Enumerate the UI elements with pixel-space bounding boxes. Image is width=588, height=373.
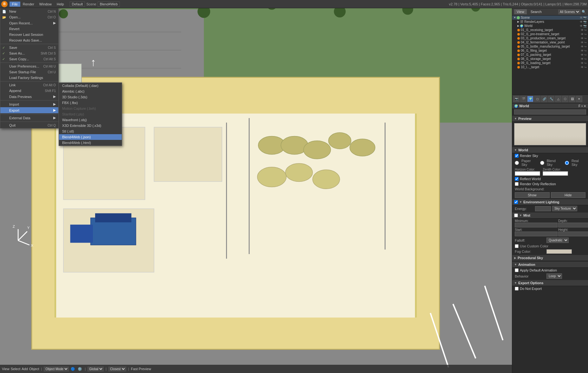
file-open[interactable]: 📂 Open... Ctrl O xyxy=(0,14,58,20)
file-menu-item[interactable]: File xyxy=(10,2,20,7)
outliner-item-7[interactable]: 08_l1_storage_target 👁 ↪ xyxy=(512,57,588,61)
file-recover-last[interactable]: Recover Last Session xyxy=(0,32,58,37)
file-external-data[interactable]: External Data ▶ xyxy=(0,115,58,121)
do-not-export-checkbox[interactable] xyxy=(515,287,519,291)
preview-section-header[interactable]: ▼ Preview xyxy=(512,116,588,122)
outliner-item-4[interactable]: 05_l1_bottle_manufacturing_target 👁 ↪ xyxy=(512,44,588,49)
world-section-header[interactable]: ▼ World xyxy=(512,147,588,153)
world-name-input[interactable]: World xyxy=(514,109,586,115)
modifier-props-tab[interactable]: 🔧 xyxy=(548,96,554,102)
outliner-renderlayers[interactable]: ▶ 🎬 RenderLayers 👁 📷 xyxy=(512,20,588,24)
world-vis-icon[interactable]: 👁 xyxy=(580,24,583,28)
outliner-item-2[interactable]: 03_l1_production_cream_target 👁 ↪ xyxy=(512,36,588,40)
sky-texture-select[interactable]: Sky Texture xyxy=(552,206,577,211)
outliner-item-9[interactable]: 10_l..._target 👁 ↪ xyxy=(512,65,588,69)
fog-color-swatch[interactable] xyxy=(546,249,572,254)
object-props-tab[interactable]: ◻ xyxy=(534,96,540,102)
export-fbx[interactable]: FBX (.fbx) xyxy=(59,100,122,106)
add-btn[interactable]: Add xyxy=(22,367,28,371)
particle-props-tab[interactable]: ✦ xyxy=(576,96,582,102)
scene-vis-icon[interactable]: 👁 xyxy=(580,16,583,19)
texture-props-tab[interactable]: 🖼 xyxy=(569,96,575,102)
show-btn[interactable]: Show xyxy=(515,192,550,198)
viewport-3d[interactable]: ↑ xyxy=(0,8,512,373)
file-open-recent[interactable]: Open Recent... ▶ xyxy=(0,20,58,26)
view-btn[interactable]: View xyxy=(2,367,10,371)
world-props-tab active[interactable]: 🌍 xyxy=(527,96,533,102)
file-quit[interactable]: Quit Ctrl Q xyxy=(0,122,58,128)
data-props-tab[interactable]: △ xyxy=(555,96,561,102)
render-only-reflection-checkbox[interactable] xyxy=(515,182,519,186)
mist-height-input[interactable]: 0.000 xyxy=(558,232,588,236)
file-append[interactable]: Append Shift F1 xyxy=(0,88,58,94)
horizon-color-swatch[interactable] xyxy=(515,171,540,176)
apply-default-animation-checkbox[interactable] xyxy=(515,268,519,272)
export-b4w-json[interactable]: Blend4Web (.json) xyxy=(59,134,122,140)
render-props-tab[interactable]: 📷 xyxy=(513,96,520,102)
mist-section-header[interactable]: ▼ Mist xyxy=(512,213,588,219)
layout-selector[interactable]: Default xyxy=(70,2,85,7)
file-save[interactable]: ✓ Save Ctrl S xyxy=(0,45,58,50)
zenith-color-swatch[interactable] xyxy=(543,171,568,176)
world-del-btn[interactable]: ✕ xyxy=(584,104,586,108)
render-menu-item[interactable]: Render xyxy=(20,2,37,7)
select-btn[interactable]: Select xyxy=(11,367,21,371)
outliner-item-1[interactable]: 02_l1_pre-treatment_target 👁 ↪ xyxy=(512,32,588,36)
file-export[interactable]: Export ▶ xyxy=(0,107,58,113)
constraint-props-tab[interactable]: 🔗 xyxy=(541,96,547,102)
file-new[interactable]: 📄 New Ctrl N xyxy=(0,9,58,14)
mist-falloff-select[interactable]: Quadratic xyxy=(546,238,569,243)
object-btn[interactable]: Object xyxy=(29,367,39,371)
outliner-item-5[interactable]: 06_l1_filing_target 👁 ↪ xyxy=(512,49,588,53)
renderlayers-render-icon[interactable]: 📷 xyxy=(583,20,587,23)
export-3ds[interactable]: 3D Studio (.3ds) xyxy=(59,94,122,100)
world-add-btn[interactable]: + xyxy=(581,104,583,108)
energy-input[interactable]: 0.700 xyxy=(535,206,551,211)
world-browse-btn[interactable]: F xyxy=(578,104,580,108)
material-props-tab[interactable]: ⬡ xyxy=(562,96,568,102)
renderlayers-vis-icon[interactable]: 👁 xyxy=(580,20,583,23)
file-save-startup[interactable]: Save Startup File Ctrl U xyxy=(0,69,58,75)
file-revert[interactable]: Revert xyxy=(0,26,58,32)
behavior-select[interactable]: Loop xyxy=(546,273,562,279)
export-alembic[interactable]: Alembic (.abc) xyxy=(59,88,122,94)
search-tab[interactable]: Search xyxy=(528,9,544,14)
mist-start-input[interactable]: 5.00 xyxy=(515,232,558,236)
view-tab[interactable]: View xyxy=(514,9,527,14)
mist-checkbox[interactable] xyxy=(514,213,518,217)
file-data-previews[interactable]: Data Previews ▶ xyxy=(0,94,58,100)
file-import[interactable]: Import ▶ xyxy=(0,101,58,107)
mist-depth-input[interactable]: 25.00 xyxy=(558,223,588,227)
fast-preview-btn[interactable]: Fast Preview xyxy=(131,367,151,371)
engine-selector[interactable]: Blend4Web xyxy=(98,2,120,7)
real-sky-radio[interactable] xyxy=(565,161,569,165)
export-options-header[interactable]: ▼ Export Options xyxy=(512,280,588,286)
render-sky-checkbox[interactable] xyxy=(515,154,519,158)
env-lighting-header[interactable]: ▼ Environment Lighting xyxy=(512,199,588,205)
file-load-factory[interactable]: Load Factory Settings xyxy=(0,75,58,81)
file-save-copy[interactable]: ✓ Save Copy... Ctrl Alt S xyxy=(0,56,58,62)
procedural-sky-header[interactable]: ▶ Procedural Sky xyxy=(512,255,588,261)
export-b4w-html[interactable]: Blend4Web (.html) xyxy=(59,140,122,146)
outliner-scene[interactable]: ▼ Scene 👁 📷 xyxy=(512,16,588,20)
search-icon[interactable]: 🔍 xyxy=(582,10,586,14)
file-link[interactable]: Link Ctrl Alt O xyxy=(0,82,58,88)
animation-section-header[interactable]: ▼ Animation xyxy=(512,262,588,268)
export-stl[interactable]: Stl (.stl) xyxy=(59,128,122,134)
scene-props-tab[interactable]: 🎬 xyxy=(520,96,527,102)
export-x3d[interactable]: X3D Extensible 3D (.x3d) xyxy=(59,123,122,128)
outliner-item-0[interactable]: 01_l1_receiving_target 👁 ↪ xyxy=(512,28,588,32)
reflect-world-checkbox[interactable] xyxy=(515,177,519,181)
blend-sky-radio[interactable] xyxy=(540,161,544,165)
all-scenes-select[interactable]: All Scenes xyxy=(558,10,580,14)
file-save-as[interactable]: ✓ Save As... Shift Ctrl S xyxy=(0,50,58,56)
mist-minimum-input[interactable]: 0.000 xyxy=(515,223,558,227)
outliner-item-8[interactable]: 09_l1_loading_target 👁 ↪ xyxy=(512,61,588,65)
file-recover-auto[interactable]: Recover Auto Save... xyxy=(0,37,58,43)
hide-btn[interactable]: Hide xyxy=(551,192,586,198)
scene-render-icon[interactable]: 📷 xyxy=(583,16,587,19)
use-custom-color-checkbox[interactable] xyxy=(515,244,519,248)
file-user-prefs[interactable]: User Preferences... Ctrl Alt U xyxy=(0,63,58,69)
help-menu-item[interactable]: Help xyxy=(54,2,67,7)
export-collada[interactable]: Collada (Default) (.dae) xyxy=(59,83,122,88)
